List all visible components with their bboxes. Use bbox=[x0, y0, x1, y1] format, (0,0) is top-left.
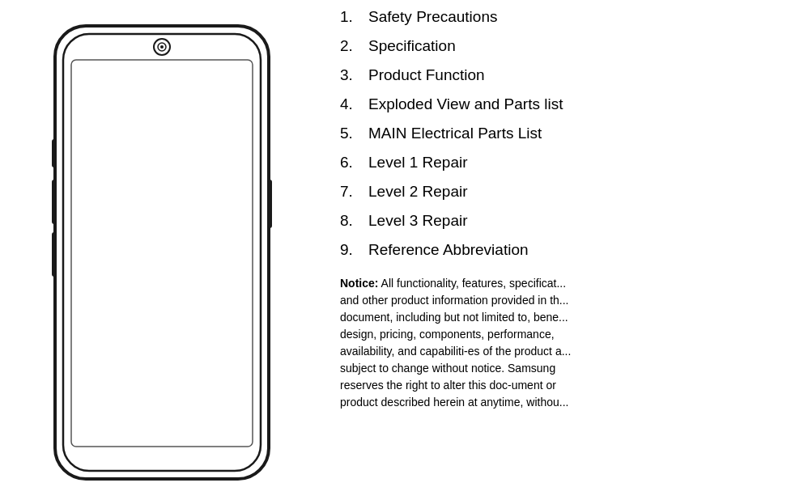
item-number: 2. bbox=[340, 37, 368, 55]
notice-bold-label: Notice: bbox=[340, 277, 378, 290]
list-item: 4. Exploded View and Parts list bbox=[340, 95, 796, 113]
item-label: Specification bbox=[368, 37, 456, 55]
list-item: 8. Level 3 Repair bbox=[340, 212, 796, 230]
left-panel bbox=[0, 0, 324, 504]
item-label: Exploded View and Parts list bbox=[368, 95, 563, 113]
phone-illustration bbox=[40, 18, 283, 487]
list-item: 7. Level 2 Repair bbox=[340, 183, 796, 201]
notice-section: Notice: All functionality, features, spe… bbox=[340, 275, 796, 411]
item-label: Level 2 Repair bbox=[368, 183, 468, 201]
svg-rect-7 bbox=[52, 180, 57, 224]
item-label: Level 1 Repair bbox=[368, 154, 468, 172]
notice-text: Notice: All functionality, features, spe… bbox=[340, 275, 796, 411]
list-item: 1. Safety Precautions bbox=[340, 8, 796, 26]
svg-rect-8 bbox=[52, 232, 57, 277]
item-number: 6. bbox=[340, 154, 368, 172]
item-number: 7. bbox=[340, 183, 368, 201]
list-item: 9. Reference Abbreviation bbox=[340, 241, 796, 259]
item-label: MAIN Electrical Parts List bbox=[368, 125, 542, 142]
list-item: 5. MAIN Electrical Parts List bbox=[340, 125, 796, 142]
svg-rect-6 bbox=[52, 139, 57, 167]
item-label: Level 3 Repair bbox=[368, 212, 468, 230]
item-number: 5. bbox=[340, 125, 368, 142]
svg-point-5 bbox=[160, 45, 164, 49]
table-of-contents: 1. Safety Precautions 2. Specification 3… bbox=[340, 8, 796, 259]
item-label: Product Function bbox=[368, 66, 485, 84]
item-label: Reference Abbreviation bbox=[368, 241, 529, 259]
svg-rect-9 bbox=[267, 180, 272, 228]
right-panel: 1. Safety Precautions 2. Specification 3… bbox=[324, 0, 812, 504]
item-number: 1. bbox=[340, 8, 368, 26]
item-number: 8. bbox=[340, 212, 368, 230]
list-item: 2. Specification bbox=[340, 37, 796, 55]
list-item: 3. Product Function bbox=[340, 66, 796, 84]
item-number: 3. bbox=[340, 66, 368, 84]
notice-body: All functionality, features, specificat.… bbox=[340, 277, 571, 409]
item-label: Safety Precautions bbox=[368, 8, 497, 26]
item-number: 4. bbox=[340, 95, 368, 113]
svg-rect-2 bbox=[71, 60, 253, 447]
list-item: 6. Level 1 Repair bbox=[340, 154, 796, 172]
item-number: 9. bbox=[340, 241, 368, 259]
